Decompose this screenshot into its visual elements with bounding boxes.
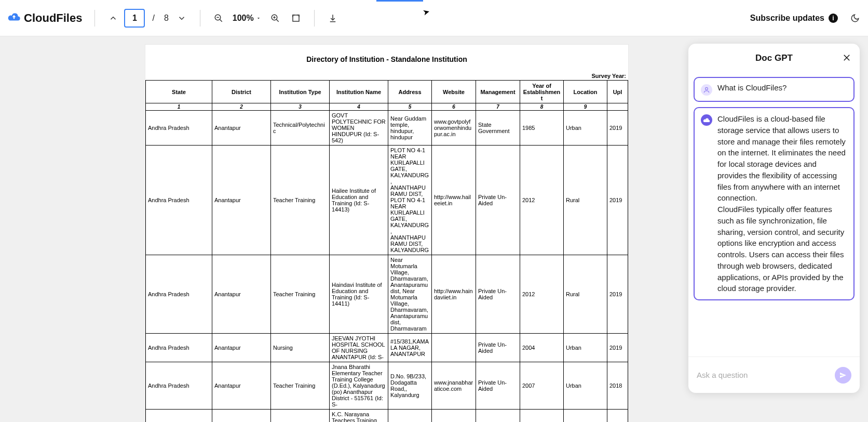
- cell-website: http://www.haindaviiet.in: [432, 255, 476, 334]
- cell-address: Near Guddam temple, hindupur, hindupur: [388, 111, 432, 146]
- cell-loc: Urban: [564, 111, 607, 146]
- close-icon[interactable]: [842, 53, 851, 65]
- cell-year: [520, 410, 564, 423]
- dark-mode-toggle[interactable]: [849, 12, 861, 24]
- info-icon: i: [829, 14, 838, 23]
- table-row: Andhra PradeshAnantapurTeacher TrainingJ…: [146, 362, 628, 410]
- chat-user-message: What is CloudFiles?: [694, 77, 855, 102]
- fit-page-button[interactable]: [290, 12, 302, 24]
- cell-type: Nursing: [271, 334, 330, 362]
- cell-state: Andhra Pradesh: [146, 111, 212, 146]
- cell-state: Andhra Pradesh: [146, 334, 212, 362]
- zoom-dropdown[interactable]: 100%: [229, 14, 264, 23]
- cell-upl: 2019: [607, 255, 628, 334]
- cell-address: #15/381,KAMALA NAGAR, ANANTAPUR: [388, 334, 432, 362]
- cell-name: GOVT POLYTECHNIC FOR WOMEN HINDUPUR (Id:…: [330, 111, 388, 146]
- table-header-row: State District Institution Type Institut…: [146, 81, 628, 103]
- table-index-row: 1 2 3 4 5 6 7 8 9: [146, 103, 628, 111]
- cell-loc: Urban: [564, 362, 607, 410]
- cell-district: Anantapur: [212, 255, 271, 334]
- cell-state: Andhra Pradesh: [146, 146, 212, 255]
- cell-type: Technical/Polytechnic: [271, 111, 330, 146]
- cell-name: Jnana Bharathi Elementary Teacher Traini…: [330, 362, 388, 410]
- cell-upl: 2018: [607, 362, 628, 410]
- cell-website: [432, 410, 476, 423]
- table-row: K.C. Narayana Teachers Training: [146, 410, 628, 423]
- next-page-button[interactable]: [176, 12, 187, 24]
- cell-upl: [607, 410, 628, 423]
- cell-address: PLOT NO 4-1 NEAR KURLAPALLI GATE, KALYAN…: [388, 146, 432, 255]
- col-type: Institution Type: [271, 81, 330, 103]
- cell-website: www.jnanabharaticoe.com: [432, 362, 476, 410]
- cell-mgmt: State Government: [476, 111, 520, 146]
- cell-year: 2004: [520, 334, 564, 362]
- chat-header: Doc GPT: [688, 44, 860, 73]
- cell-year: 1985: [520, 111, 564, 146]
- toolbar: CloudFiles / 8 100% Subscribe updates i: [0, 0, 868, 36]
- cell-mgmt: Private Un-Aided: [476, 146, 520, 255]
- cell-website: [432, 334, 476, 362]
- col-state: State: [146, 81, 212, 103]
- page-separator: /: [152, 14, 154, 23]
- table-row: Andhra PradeshAnantapurTechnical/Polytec…: [146, 111, 628, 146]
- cell-upl: 2019: [607, 146, 628, 255]
- cell-district: Anantapur: [212, 111, 271, 146]
- col-location: Location: [564, 81, 607, 103]
- cell-mgmt: [476, 410, 520, 423]
- col-upl: Upl: [607, 81, 628, 103]
- chat-bot-text: CloudFiles is a cloud-based file storage…: [717, 113, 847, 294]
- cell-name: Hailee Institute of Education and Traini…: [330, 146, 388, 255]
- cell-upl: 2019: [607, 111, 628, 146]
- cell-type: Teacher Training: [271, 146, 330, 255]
- zoom-in-button[interactable]: [269, 12, 281, 24]
- cell-district: [212, 410, 271, 423]
- col-website: Website: [432, 81, 476, 103]
- cell-mgmt: Private Un-Aided: [476, 362, 520, 410]
- col-mgmt: Management: [476, 81, 520, 103]
- cell-type: Teacher Training: [271, 255, 330, 334]
- svg-point-11: [706, 87, 708, 90]
- col-address: Address: [388, 81, 432, 103]
- cell-loc: Rural: [564, 255, 607, 334]
- chat-bot-message: CloudFiles is a cloud-based file storage…: [694, 107, 855, 300]
- svg-line-1: [220, 19, 222, 22]
- document-title: Directory of Institution - Standalone In…: [145, 55, 628, 63]
- prev-page-button[interactable]: [107, 12, 119, 24]
- page-input[interactable]: [124, 9, 145, 28]
- cell-state: Andhra Pradesh: [146, 255, 212, 334]
- cell-year: 2007: [520, 362, 564, 410]
- cell-address: [388, 410, 432, 423]
- cell-address: D.No. 9B/233, Dodagatta Road,, Kalyandur…: [388, 362, 432, 410]
- bot-avatar-icon: [701, 114, 712, 126]
- survey-year-label: Survey Year:: [145, 73, 628, 79]
- separator: [94, 10, 95, 27]
- table-row: Andhra PradeshAnantapurNursingJEEVAN JYO…: [146, 334, 628, 362]
- brand-text: CloudFiles: [24, 11, 82, 25]
- cell-name: K.C. Narayana Teachers Training: [330, 410, 388, 423]
- chat-title: Doc GPT: [755, 53, 793, 63]
- institution-table: State District Institution Type Institut…: [145, 80, 628, 422]
- brand-logo[interactable]: CloudFiles: [7, 11, 82, 25]
- cell-loc: Rural: [564, 146, 607, 255]
- col-district: District: [212, 81, 271, 103]
- cell-mgmt: Private Un-Aided: [476, 255, 520, 334]
- send-button[interactable]: [835, 367, 851, 384]
- user-avatar-icon: [701, 84, 712, 96]
- chat-body: What is CloudFiles? CloudFiles is a clou…: [688, 73, 860, 357]
- download-button[interactable]: [327, 12, 338, 24]
- cell-type: [271, 410, 330, 423]
- chat-input[interactable]: [697, 371, 830, 379]
- cell-loc: [564, 410, 607, 423]
- cell-website: http://www.haileeiet.in: [432, 146, 476, 255]
- col-year: Year of Establishment: [520, 81, 564, 103]
- cell-mgmt: Private Un-Aided: [476, 334, 520, 362]
- cell-name: JEEVAN JYOTHI HOSPITAL SCHOOL OF NURSING…: [330, 334, 388, 362]
- doc-gpt-panel: Doc GPT What is CloudFiles? CloudFiles i…: [688, 44, 860, 393]
- subscribe-updates-button[interactable]: Subscribe updates i: [750, 14, 838, 23]
- zoom-value: 100%: [233, 14, 254, 23]
- cell-year: 2012: [520, 146, 564, 255]
- zoom-out-button[interactable]: [213, 12, 224, 24]
- cell-district: Anantapur: [212, 362, 271, 410]
- svg-rect-7: [293, 15, 299, 21]
- cell-address: Near Motumarla Village, Dharmavaram, Ana…: [388, 255, 432, 334]
